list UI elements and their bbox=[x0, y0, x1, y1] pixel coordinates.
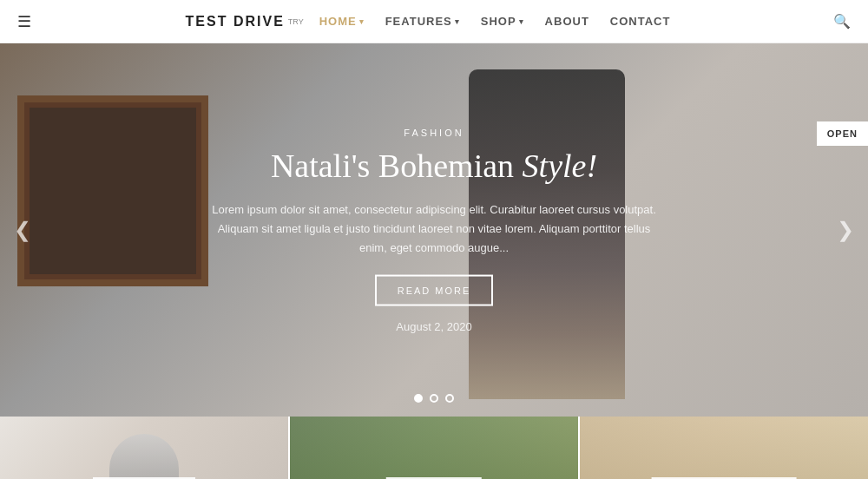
chevron-down-icon: ▾ bbox=[519, 17, 524, 26]
hero-content: FASHION Natali's Bohemian Style! Lorem i… bbox=[208, 128, 660, 333]
slider-dots bbox=[414, 394, 454, 403]
card-download[interactable]: DOWNLOAD bbox=[0, 417, 288, 479]
chevron-down-icon: ▾ bbox=[455, 17, 460, 26]
hero-window-decoration bbox=[17, 95, 208, 286]
hero-title-italic: Style! bbox=[523, 148, 598, 184]
slider-dot-2[interactable] bbox=[430, 394, 438, 403]
chevron-down-icon: ▾ bbox=[359, 17, 365, 26]
header-center: TEST DRIVETRY HOME ▾ FEATURES ▾ SHOP ▾ A… bbox=[186, 10, 680, 33]
card-figure-3 bbox=[580, 417, 868, 479]
hero-description: Lorem ipsum dolor sit amet, consectetur … bbox=[208, 200, 660, 257]
card-figure-1 bbox=[109, 434, 179, 479]
card-try-pro[interactable]: TRY PRO VERSION bbox=[580, 417, 868, 479]
nav-item-shop[interactable]: SHOP ▾ bbox=[472, 10, 533, 33]
card-features[interactable]: FEATURES bbox=[290, 417, 578, 479]
nav-item-home[interactable]: HOME ▾ bbox=[311, 10, 373, 33]
nav-item-contact[interactable]: CONTACT bbox=[602, 10, 680, 33]
nav-item-features[interactable]: FEATURES ▾ bbox=[377, 10, 469, 33]
site-title: TEST DRIVE bbox=[186, 14, 285, 30]
site-header: ☰ TEST DRIVETRY HOME ▾ FEATURES ▾ SHOP ▾… bbox=[0, 0, 868, 43]
slider-dot-3[interactable] bbox=[445, 394, 454, 403]
main-nav: HOME ▾ FEATURES ▾ SHOP ▾ ABOUT CONTACT bbox=[311, 10, 680, 33]
header-left: ☰ bbox=[17, 12, 31, 31]
nav-item-about[interactable]: ABOUT bbox=[536, 10, 598, 33]
hero-category: FASHION bbox=[208, 128, 660, 138]
bottom-cards: DOWNLOAD FEATURES TRY PRO VERSION bbox=[0, 417, 868, 479]
search-icon[interactable]: 🔍 bbox=[833, 13, 851, 30]
hero-date: August 2, 2020 bbox=[208, 319, 660, 332]
slider-prev-button[interactable]: ❮ bbox=[14, 218, 31, 242]
slider-dot-1[interactable] bbox=[414, 394, 423, 403]
read-more-button[interactable]: READ MORE bbox=[375, 274, 494, 305]
hero-title: Natali's Bohemian Style! bbox=[208, 147, 660, 187]
hamburger-icon[interactable]: ☰ bbox=[17, 12, 31, 31]
site-title-try: TRY bbox=[288, 17, 304, 26]
hero-title-plain: Natali's Bohemian bbox=[271, 148, 523, 184]
slider-next-button[interactable]: ❯ bbox=[837, 218, 854, 242]
card-figure-2 bbox=[290, 417, 578, 479]
header-right: 🔍 bbox=[833, 13, 851, 30]
open-button[interactable]: OPEN bbox=[817, 121, 868, 146]
hero-slider: OPEN ❮ ❯ FASHION Natali's Bohemian Style… bbox=[0, 43, 868, 417]
